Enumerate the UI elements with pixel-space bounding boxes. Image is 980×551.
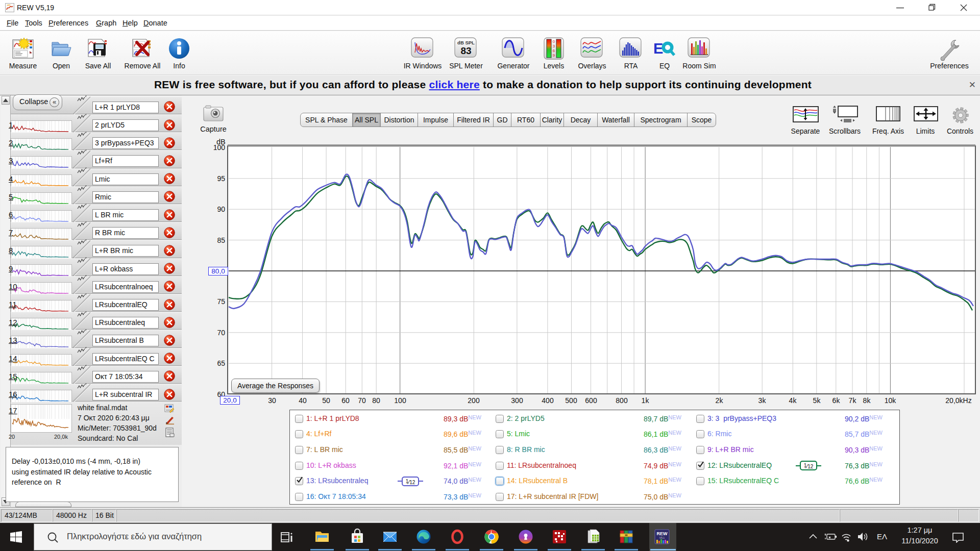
svg-text:REW: REW (657, 531, 668, 536)
svg-text:V5.1: V5.1 (659, 536, 665, 539)
